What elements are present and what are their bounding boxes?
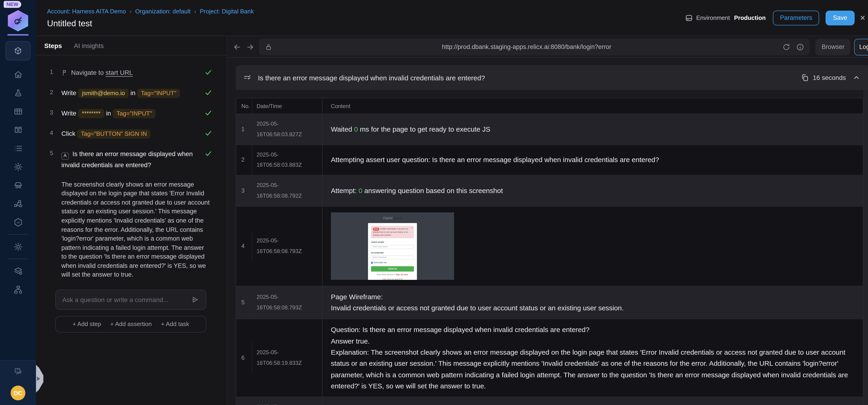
avatar[interactable]: DC [10,385,25,400]
step-number: 4 [50,128,57,137]
chevron-up-icon[interactable] [852,74,861,82]
row-content: Question: Is there an error message disp… [322,319,863,397]
step-row-5[interactable]: 5 AIs there an error message displayed w… [50,149,213,170]
row-timestamp: 2025-05-16T06:58:08.792Z [252,175,322,206]
log-table-row: 22025-05-16T06:58:03.883ZAttempting asse… [236,144,863,175]
infinity-icon: ∞ [13,217,23,227]
breadcrumb-project[interactable]: Project: Digital Bank [200,8,254,15]
address-bar[interactable]: http://prod.dbank.staging-apps.relicx.ai… [259,38,810,55]
password-field: Enter Password [371,255,414,259]
step-number: 1 [50,67,57,75]
info-icon[interactable] [796,43,805,51]
step-row-3[interactable]: 3 Write ******** in Tag="INPUT" [50,108,213,119]
sidebar-item-list[interactable] [5,139,30,157]
check-icon [204,67,213,76]
step-connector: in [130,89,135,96]
log-table-header: No. Date/Time Content [236,98,863,114]
logs-tab-button[interactable]: Logs [854,38,868,55]
breadcrumb-organization[interactable]: Organization: default [135,8,191,15]
step-row-2[interactable]: 2 Write jsmith@demo.io in Tag="INPUT" [50,88,213,98]
harness-logo[interactable] [8,10,28,31]
column-content: Content [322,98,863,114]
step-number: 5 [50,149,57,157]
nav-bottom-section: ? DC [0,360,36,405]
row-number: 4 [236,243,252,249]
screenshot-thumbnail[interactable]: Digital Bank ErrorInvalid credentials or… [331,212,454,280]
browser-tab-button[interactable]: Browser [816,38,850,55]
step-value-chip: jsmith@demo.io [78,89,129,98]
flag-icon [61,69,68,76]
step-row-1[interactable]: 1 Navigate to start URL [50,67,213,78]
duration-label: 16 seconds [813,74,846,81]
add-assertion-button[interactable]: + Add assertion [110,321,152,328]
nav-divider [8,259,28,259]
step-action: Write [61,89,76,96]
help-link: Click here for help (P3) [371,278,414,280]
flask-icon [13,88,23,98]
copy-icon[interactable] [801,74,809,82]
remember-me-label: Remember Me [374,261,387,264]
sidebar-item-org[interactable] [5,280,30,299]
sidebar-item-incognito[interactable] [5,176,30,195]
sidebar-item-gear2[interactable] [5,237,30,256]
logo-active-underline [7,34,29,35]
step-target-chip: Tag="INPUT" [113,109,156,118]
sidebar-item-home[interactable] [5,65,30,84]
add-task-button[interactable]: + Add task [161,321,189,328]
start-url-link[interactable]: start URL [105,69,133,76]
send-icon[interactable] [191,295,199,304]
assertion-badge: A [61,152,69,160]
steps-tabs: Steps AI insights [36,36,226,55]
command-input[interactable] [62,296,191,303]
sidebar-item-pipeline[interactable] [5,195,30,213]
layers-icon [13,266,23,276]
sidebar-item-active-module[interactable] [5,41,30,60]
sidebar-item-table[interactable] [5,102,30,120]
save-button[interactable]: Save [826,10,855,25]
tab-steps[interactable]: Steps [44,42,62,50]
row-timestamp: 2025-05-16T06:58:19.833Z [252,343,322,373]
header-right: Environment Production Parameters Save × [685,10,868,25]
add-step-button[interactable]: + Add step [72,321,101,328]
breadcrumb-account[interactable]: Account: Harness AITA Demo [47,8,126,15]
pipeline-icon [13,199,23,208]
alert-close-icon: × [411,227,412,229]
step-text: Navigate to [71,69,105,76]
package-icon [14,47,22,55]
check-icon [204,108,213,117]
step-target-chip: Tag="BUTTON" SIGN IN [77,129,150,139]
row-content: Synced step state and marked the end eve… [322,397,863,405]
svg-text:∞: ∞ [17,220,20,225]
parameters-button[interactable]: Parameters [773,10,819,25]
refresh-icon[interactable] [782,43,791,51]
header-left: Account: Harness AITA Demo › Organizatio… [36,7,254,29]
back-icon[interactable] [233,43,241,51]
log-table-row: 32025-05-16T06:58:08.792ZAttempt: 0 answ… [236,175,863,206]
forward-icon[interactable] [246,43,254,51]
svg-text:?: ? [17,368,19,372]
close-icon[interactable]: × [860,13,865,22]
caret-right-icon [37,376,40,381]
sidebar-item-gear[interactable] [5,157,30,176]
sidebar-item-layers[interactable] [5,262,30,280]
row-content: Attempt: 0 answering question based on t… [322,175,863,206]
remember-me-row: ✓ Remember Me [371,261,414,264]
row-number: 1 [236,126,252,133]
add-actions-box: + Add step + Add assertion + Add task [55,316,206,332]
environment-selector[interactable]: Environment Production [685,13,766,22]
sidebar-item-infinity[interactable]: ∞ [5,213,30,231]
log-table-row: 72025-05-16T06:58:19.863ZSynced step sta… [236,397,863,405]
assertion-log-header[interactable]: Is there an error message displayed when… [236,65,868,90]
sidebar-item-columns[interactable] [5,120,30,139]
tab-ai-insights[interactable]: AI insights [74,42,103,50]
step-question: Is there an error message displayed when… [61,150,193,169]
step-row-4[interactable]: 4 Click Tag="BUTTON" SIGN IN [50,128,213,139]
row-number: 2 [236,157,252,163]
row-content: Digital Bank ErrorInvalid credentials or… [322,206,863,286]
row-content: Attempting assert user question: Is ther… [322,145,863,175]
log-table-row: 42025-05-16T06:58:08.793Z Digital Bank E… [236,206,863,286]
help-chat-icon[interactable]: ? [14,367,22,375]
sidebar-item-flask[interactable] [5,84,30,102]
columns-icon [13,125,23,135]
breadcrumb: Account: Harness AITA Demo › Organizatio… [47,8,254,15]
